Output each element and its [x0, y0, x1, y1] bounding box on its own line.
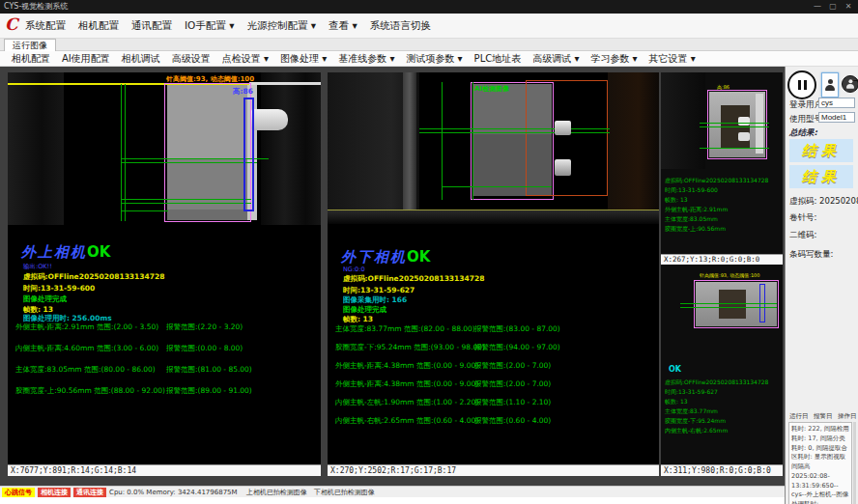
alarm-text: 报警范围:(94.00 - 97.00): [474, 343, 560, 352]
coord-bar-right: X:270;Y:2502;R:17;G:17;B:17: [328, 464, 659, 476]
camera-view-left: 针高阈值:93, 动态阈值:100 高:86 外上相机OK 输出:OK!! 虚拟…: [8, 72, 321, 476]
status-bar: 心跳信号 相机连接 通讯连接 Cpu: 0.0% Memory: 3424.41…: [0, 486, 785, 497]
window-title: CYS-视觉检测系统: [4, 2, 68, 11]
user-input[interactable]: [818, 98, 855, 108]
count-line: 条码写数量:: [789, 249, 833, 261]
measure-text: 胶圈宽度-下:95.24mm 范围:(93.00 - 98.00): [335, 343, 485, 352]
toolbar: 相机配置 AI使用配置 相机调试 高级设置 点检设置 ▾ 图像处理 ▾ 基准线参…: [0, 51, 858, 67]
alarm-text: 报警范围:(83.00 - 87.00): [474, 324, 560, 334]
measure-text: 胶圈宽度-上:90.56mm 范围:(88.00 - 92.00): [15, 386, 165, 396]
alarm-text: 报警范围:(2.20 - 3.20): [166, 322, 243, 332]
toolbar-other-settings[interactable]: 其它设置 ▾: [649, 52, 696, 66]
small-canvas-top[interactable]: 高:86 虚拟码:OFFline20250208133134728 时间:13-…: [661, 72, 783, 254]
measure-line-green: [442, 82, 443, 200]
small-canvas-bottom[interactable]: 针高阈值:93, 动态阈值:100 OK 虚拟码:OFFline20250208…: [661, 265, 783, 464]
measure-text: 外侧主帆-距离:4.38mm 范围:(0.00 - 9.00): [335, 361, 478, 371]
comm-link-badge: 通讯连接: [73, 488, 106, 497]
small-line: 主体宽度:83.05mm: [665, 215, 718, 224]
log-box[interactable]: 耗时: 222, 间隔检用耗时: 17, 间隔分类耗时: 0, 间隔提取合区耗时…: [788, 422, 852, 504]
alarm-text: 报警范围:(0.60 - 4.00): [474, 416, 551, 426]
ok-status: OK: [87, 243, 110, 261]
measure-text: 主体宽度:83.77mm 范围:(82.00 - 88.00): [335, 324, 475, 334]
heartbeat-badge: 心跳信号: [2, 488, 35, 497]
menu-item-camera-config[interactable]: 相机配置: [78, 19, 119, 33]
small-line: 帧数: 13: [665, 398, 688, 406]
height-label: 高:86: [233, 87, 253, 97]
measure-line-green: [700, 148, 769, 149]
tab-run-image[interactable]: 运行图像: [4, 39, 56, 51]
measure-line-green: [419, 132, 610, 133]
background-structure: [261, 72, 321, 225]
toolbar-camera-debug[interactable]: 相机调试: [122, 52, 160, 66]
needle-line: 卷针号:: [789, 212, 816, 224]
person-icon: [825, 79, 835, 91]
menu-item-system-config[interactable]: 系统配置: [25, 19, 66, 33]
small-view-bottom: 针高阈值:93, 动态阈值:100 OK 虚拟码:OFFline20250208…: [661, 265, 783, 476]
menu-item-io-config[interactable]: IO手配置 ▾: [185, 19, 234, 33]
cpu-memory-text: Cpu: 0.0% Memory: 3424.41796875M: [109, 489, 238, 496]
toolbar-plc-address-table[interactable]: PLC地址表: [474, 52, 522, 66]
lower-camera-status: 下相机已拍检测图像: [314, 488, 375, 497]
log-scrollbar[interactable]: [853, 422, 856, 504]
pause-button[interactable]: [787, 70, 816, 99]
menu-item-comm-config[interactable]: 通讯配置: [131, 19, 172, 33]
window-footer: [0, 497, 785, 504]
toolbar-advanced-debug[interactable]: 高级调试 ▾: [532, 52, 579, 66]
output-status: NG:0:0: [343, 266, 365, 273]
window-close-button[interactable]: ✕: [841, 0, 856, 14]
toolbar-spotcheck-settings[interactable]: 点检设置 ▾: [222, 52, 269, 66]
camera-canvas-left[interactable]: 针高阈值:93, 动态阈值:100 高:86: [8, 72, 321, 225]
toolbar-test-params[interactable]: 测试项参数 ▾: [406, 52, 462, 66]
menu-item-light-config[interactable]: 光源控制配置 ▾: [246, 19, 316, 33]
small-line: 帧数: 13: [665, 196, 688, 205]
small-line: 外侧主帆-距离:2.91mm: [665, 206, 728, 214]
pause-icon: [798, 80, 807, 90]
measure-text: 外侧主帆-距离:4.38mm 范围:(0.00 - 9.00): [335, 379, 478, 389]
measure-line-green: [680, 303, 777, 304]
coord-bar-small-bottom: X:311;Y:980;R:0;G:0;B:0: [661, 464, 783, 476]
measure-text: 主体宽度:83.05mm 范围:(80.00 - 86.00): [15, 365, 156, 375]
camera-canvas-right[interactable]: AI检测图像: [328, 72, 659, 227]
vcode-line: 虚拟码: 20250208: [789, 196, 858, 208]
output-status: 输出:OK!!: [23, 263, 52, 271]
toolbar-ai-config[interactable]: AI使用配置: [62, 52, 110, 66]
menu-item-view[interactable]: 查看 ▾: [329, 19, 358, 33]
alarm-text: 报警范围:(1.10 - 2.10): [474, 398, 551, 407]
login-user-button[interactable]: [821, 72, 839, 98]
done-line: 图像处理完成: [343, 305, 386, 315]
background-structure: [403, 72, 416, 212]
toolbar-learning-params[interactable]: 学习参数 ▾: [590, 52, 637, 66]
small-line: 虚拟码:OFFline20250208133134728: [665, 378, 768, 387]
coord-bar-left: X:7677;Y:891;R:14;G:14;B:14: [8, 464, 321, 476]
threshold-label: 针高阈值:93, 动态阈值:100: [166, 74, 254, 84]
menu-item-language-switch[interactable]: 系统语言切换: [370, 19, 431, 33]
app-logo: C: [5, 14, 18, 34]
ai-image-label: AI检测图像: [474, 84, 509, 94]
measurement-list-right: 主体宽度:83.77mm 范围:(82.00 - 88.00) 报警范围:(83…: [328, 324, 659, 435]
side-panel: → 登录用户: 使用型号: 总结果: 结果 结果 虚拟码: 20250208 卷…: [785, 67, 858, 504]
window-minimize-button[interactable]: —: [810, 0, 825, 14]
coord-bar-small-top: X:267;Y:13;R:0;G:0;B:0: [661, 254, 783, 265]
toolbar-camera-config[interactable]: 相机配置: [12, 52, 50, 66]
barcode-line: 虚拟码:OFFline20250208133134728: [343, 274, 484, 284]
roi-rect-pink: [164, 83, 251, 222]
measure-line-green: [472, 82, 473, 200]
measure-line-green: [121, 210, 168, 211]
small-line: 时间:13-31-59-600: [665, 186, 718, 195]
toolbar-baseline-params[interactable]: 基准线参数 ▾: [338, 52, 394, 66]
small-line: 虚拟码:OFFline20250208133134728: [665, 177, 768, 185]
model-input[interactable]: [818, 112, 855, 123]
camera-link-badge: 相机连接: [38, 488, 71, 497]
toolbar-image-processing[interactable]: 图像处理 ▾: [280, 52, 327, 66]
time-line: 时间:13-31-59-600: [23, 284, 95, 294]
roi-rect-pink: [694, 280, 779, 328]
title-bar: CYS-视觉检测系统 — ▢ ✕: [0, 0, 858, 14]
small-line: 胶圈宽度-下:95.24mm: [665, 417, 726, 426]
app-window: CYS-视觉检测系统 — ▢ ✕ C 系统配置 相机配置 通讯配置 IO手配置 …: [0, 0, 858, 504]
measure-text: 外侧主帆-距离:2.91mm 范围:(2.00 - 3.50): [15, 322, 158, 332]
toolbar-advanced-settings[interactable]: 高级设置: [172, 52, 211, 66]
result-box-2: 结果: [789, 165, 853, 188]
small-view-top: 高:86 虚拟码:OFFline20250208133134728 时间:13-…: [661, 72, 783, 265]
measure-line-green: [125, 84, 126, 221]
window-maximize-button[interactable]: ▢: [825, 0, 841, 14]
